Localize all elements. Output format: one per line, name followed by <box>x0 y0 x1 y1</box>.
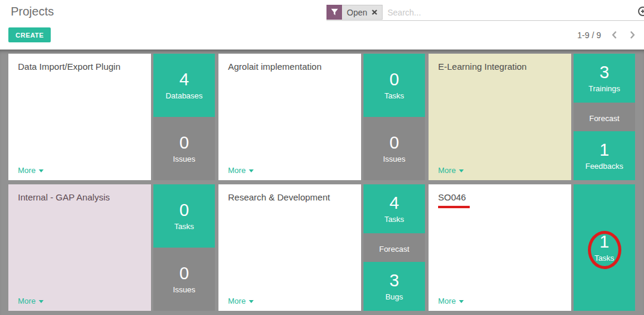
pager-range: 1-9 / 9 <box>577 30 601 40</box>
pager: 1-9 / 9 <box>577 27 637 42</box>
project-card-body[interactable]: E-Learning Integration More <box>429 54 571 180</box>
stat-value: 0 <box>389 70 399 89</box>
stat-value: 4 <box>179 70 189 89</box>
more-label: More <box>438 166 456 175</box>
more-label: More <box>228 166 246 175</box>
project-grid: Data Import/Export Plugin More 4Database… <box>8 54 635 311</box>
stat-button-forecast[interactable]: Forecast <box>574 103 635 131</box>
stat-value: 1 <box>599 141 609 160</box>
stat-label: Tasks <box>384 91 404 100</box>
caret-down-icon <box>459 300 464 303</box>
project-title: E-Learning Integration <box>438 61 562 73</box>
stat-label: Bugs <box>386 292 403 301</box>
pager-next-button[interactable] <box>628 30 637 39</box>
project-card[interactable]: Data Import/Export Plugin More 4Database… <box>8 54 215 180</box>
stat-value: 3 <box>599 63 609 82</box>
more-dropdown[interactable]: More <box>18 166 44 175</box>
stat-value: 0 <box>389 134 399 153</box>
stat-button-forecast[interactable]: Forecast <box>363 233 425 262</box>
stat-value: 1 <box>599 233 609 252</box>
more-label: More <box>18 166 36 175</box>
red-underline-annotation <box>438 206 470 208</box>
stat-value: 3 <box>389 271 399 291</box>
stat-label: Tasks <box>594 254 614 262</box>
stat-value: 0 <box>179 201 189 220</box>
facet-label: Open <box>347 8 367 17</box>
stat-label: Tasks <box>384 215 404 224</box>
filter-funnel-icon <box>326 5 342 20</box>
stat-label: Feedbacks <box>586 162 624 171</box>
kanban-area: Data Import/Export Plugin More 4Database… <box>0 50 644 315</box>
stat-label: Issues <box>173 155 196 163</box>
more-dropdown[interactable]: More <box>18 297 44 305</box>
stat-label: Forecast <box>379 245 409 254</box>
project-card-body[interactable]: SO046 More <box>429 184 571 311</box>
more-label: More <box>438 297 456 305</box>
project-card[interactable]: SO046 More 1Tasks <box>429 184 635 311</box>
stat-button-tasks[interactable]: 0Tasks <box>153 184 215 248</box>
project-card-body[interactable]: Internal - GAP Analysis More <box>8 184 151 311</box>
stat-value: 0 <box>179 134 189 153</box>
stat-panel: 3TrainingsForecast1Feedbacks <box>574 54 635 180</box>
project-card[interactable]: E-Learning Integration More 3TrainingsFo… <box>429 54 635 180</box>
project-title: Internal - GAP Analysis <box>18 192 141 203</box>
search-input[interactable] <box>383 8 637 17</box>
pager-previous-button[interactable] <box>610 30 619 39</box>
project-card[interactable]: Internal - GAP Analysis More 0Tasks0Issu… <box>8 184 215 311</box>
project-title: SO046 <box>438 192 562 203</box>
stat-panel: 4Databases0Issues <box>153 54 215 180</box>
page-title: Projects <box>11 5 54 18</box>
facet-remove-icon[interactable] <box>372 10 377 15</box>
stat-panel: 0Tasks0Issues <box>363 54 425 180</box>
stat-value: 0 <box>179 264 189 283</box>
project-card-body[interactable]: Research & Development More <box>218 184 361 311</box>
more-dropdown[interactable]: More <box>228 297 254 305</box>
caret-down-icon <box>459 169 464 172</box>
top-bar: Projects Open CREATE 1-9 / 9 <box>0 0 644 50</box>
more-dropdown[interactable]: More <box>228 166 254 175</box>
stat-label: Trainings <box>588 84 620 93</box>
stat-panel: 1Tasks <box>574 184 635 311</box>
project-title: Research & Development <box>228 192 352 203</box>
stat-button-issues[interactable]: 0Issues <box>363 117 425 180</box>
stat-button-bugs[interactable]: 3Bugs <box>363 262 425 311</box>
stat-panel: 4TasksForecast3Bugs <box>363 184 425 311</box>
stat-button-feedbacks[interactable]: 1Feedbacks <box>574 131 635 180</box>
stat-button-trainings[interactable]: 3Trainings <box>574 54 635 103</box>
caret-down-icon <box>249 300 254 303</box>
search-bar: Open <box>326 4 644 21</box>
stat-label: Issues <box>173 285 196 294</box>
stat-label: Forecast <box>589 114 620 123</box>
create-button[interactable]: CREATE <box>8 27 51 42</box>
stat-value: 4 <box>389 194 399 213</box>
stat-button-issues[interactable]: 0Issues <box>153 248 215 311</box>
project-card-body[interactable]: Data Import/Export Plugin More <box>8 54 151 180</box>
stat-button-tasks[interactable]: 0Tasks <box>363 54 425 117</box>
stat-panel: 0Tasks0Issues <box>153 184 215 311</box>
stat-button-tasks[interactable]: 4Tasks <box>363 184 425 233</box>
stat-button-databases[interactable]: 4Databases <box>153 54 215 117</box>
magnifier-plus-icon[interactable] <box>637 6 644 20</box>
project-title: Data Import/Export Plugin <box>18 61 141 73</box>
more-dropdown[interactable]: More <box>438 297 464 305</box>
more-dropdown[interactable]: More <box>438 166 464 175</box>
stat-label: Issues <box>383 155 406 163</box>
project-card-body[interactable]: Agrolait implementation More <box>218 54 361 180</box>
more-label: More <box>228 297 246 305</box>
caret-down-icon <box>39 169 44 172</box>
project-title: Agrolait implementation <box>228 61 352 73</box>
caret-down-icon <box>39 300 44 303</box>
project-card[interactable]: Research & Development More 4TasksForeca… <box>218 184 425 311</box>
stat-button-issues[interactable]: 0Issues <box>153 117 215 180</box>
stat-label: Databases <box>165 91 202 100</box>
stat-label: Tasks <box>174 222 194 231</box>
search-facet-open[interactable]: Open <box>326 5 383 20</box>
stat-button-tasks[interactable]: 1Tasks <box>574 184 635 311</box>
project-card[interactable]: Agrolait implementation More 0Tasks0Issu… <box>218 54 425 180</box>
caret-down-icon <box>249 169 254 172</box>
more-label: More <box>18 297 36 305</box>
